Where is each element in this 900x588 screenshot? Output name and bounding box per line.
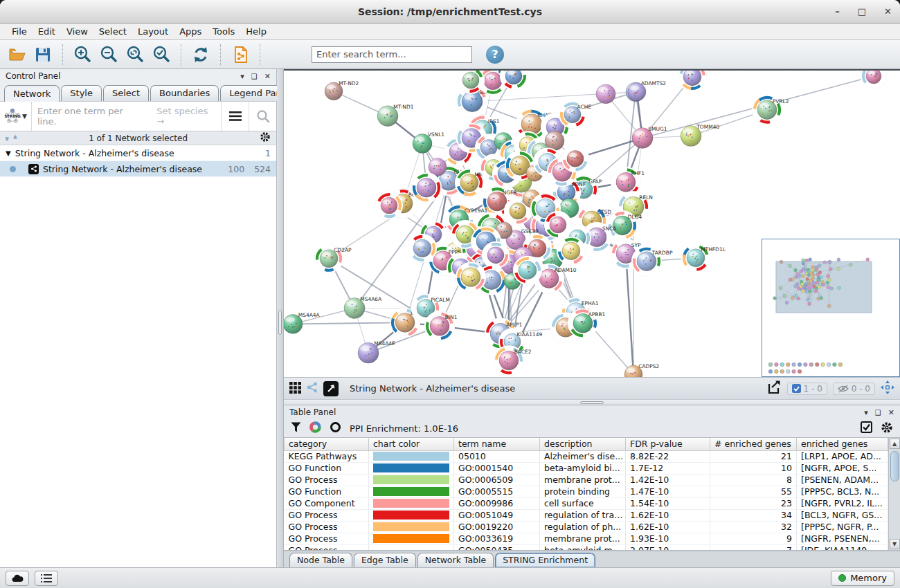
graph-edge[interactable]	[293, 322, 405, 324]
cloud-icon[interactable]	[6, 571, 29, 586]
table-cell[interactable]: 55	[710, 486, 797, 497]
network-options-gear-icon[interactable]	[260, 131, 271, 145]
string-search-icon[interactable]	[249, 102, 276, 131]
table-cell[interactable]: protein binding	[540, 486, 626, 497]
open-file-icon[interactable]	[6, 44, 28, 66]
panel-float-icon[interactable]: ❑	[251, 73, 258, 80]
graph-node[interactable]: TOMM40	[681, 124, 719, 147]
search-input[interactable]	[312, 46, 472, 63]
menu-file[interactable]: File	[7, 25, 32, 38]
table-cell[interactable]: GO Function	[285, 462, 369, 474]
column-header[interactable]: chart color	[369, 438, 454, 450]
table-cell[interactable]: GO Component	[285, 497, 369, 509]
tab-style[interactable]: Style	[61, 85, 102, 101]
zoom-out-icon[interactable]	[98, 44, 120, 66]
vertical-splitter[interactable]	[277, 69, 284, 567]
graph-node[interactable]	[545, 131, 564, 151]
graph-node[interactable]	[544, 211, 572, 239]
table-cell[interactable]: 34	[710, 509, 797, 521]
table-cell[interactable]: 2.07E-10	[626, 544, 710, 550]
table-cell[interactable]: GO:0006509	[454, 474, 540, 486]
table-cell[interactable]: membrane prot...	[540, 474, 626, 486]
ring-chart-icon[interactable]	[330, 421, 341, 435]
table-cell[interactable]: GO:0019220	[454, 521, 540, 533]
zoom-fit-icon[interactable]	[124, 44, 146, 66]
table-row[interactable]: GO ProcessGO:0006509membrane prot...1.42…	[285, 474, 888, 486]
graph-node[interactable]	[676, 71, 709, 93]
tab-string-enrichment[interactable]: STRING Enrichment	[495, 553, 595, 567]
table-cell[interactable]: GO Process	[285, 509, 369, 521]
string-options-icon[interactable]	[221, 102, 249, 131]
settings-gear-icon[interactable]	[881, 421, 893, 436]
table-row[interactable]: GO ProcessGO:0019220regulation of ph...1…	[285, 521, 888, 533]
graph-node[interactable]	[628, 83, 646, 101]
chart-color-cell[interactable]	[369, 533, 454, 544]
table-cell[interactable]: 23	[710, 497, 797, 509]
column-header[interactable]: FDR p-value	[626, 438, 710, 450]
select-all-checkbox-icon[interactable]	[861, 421, 872, 435]
chart-color-cell[interactable]	[369, 474, 454, 486]
tab-network[interactable]: Network	[4, 85, 60, 102]
table-cell[interactable]: [NGFR, APOE, S...	[797, 462, 888, 474]
chart-color-cell[interactable]	[369, 450, 454, 462]
table-cell[interactable]: 1.47E-10	[626, 486, 710, 497]
table-row[interactable]: KEGG Pathways05010Alzheimer's dise...8.8…	[285, 450, 888, 462]
collapse-all-icon[interactable]: »	[10, 136, 19, 140]
table-cell[interactable]: [LRP1, APOE, AD...	[797, 450, 888, 462]
scrollbar-thumb[interactable]	[890, 451, 899, 481]
chart-color-cell[interactable]	[369, 521, 454, 533]
table-cell[interactable]: GO:0005515	[454, 486, 540, 497]
network-collection-row[interactable]: ▼ String Network - Alzheimer's disease 1	[0, 145, 276, 161]
table-cell[interactable]: 32	[710, 521, 797, 533]
string-query-input[interactable]: Enter one term per line. Set species →	[32, 106, 221, 127]
panel-menu-icon[interactable]: ▾	[240, 72, 244, 81]
table-cell[interactable]: [NGFR, PVRL2, IL...	[797, 497, 888, 509]
table-cell[interactable]: beta-amyloid bi...	[540, 462, 626, 474]
graph-node[interactable]: MT-ND2	[325, 80, 359, 100]
table-cell[interactable]: 7	[710, 544, 797, 550]
table-cell[interactable]: 1.62E-10	[626, 509, 710, 521]
table-cell[interactable]: 9	[710, 533, 797, 544]
table-cell[interactable]: [BCL3, NGFR, GS...	[797, 509, 888, 521]
graph-edge[interactable]	[626, 254, 633, 374]
save-session-icon[interactable]	[32, 44, 54, 66]
column-header[interactable]: category	[285, 438, 369, 450]
table-cell[interactable]: 1.54E-10	[626, 497, 710, 509]
graph-node[interactable]: VSNL1	[413, 132, 444, 154]
zoom-selected-icon[interactable]	[150, 44, 172, 66]
table-cell[interactable]: GO Process	[285, 533, 369, 544]
table-panel-close-icon[interactable]: ✕	[888, 408, 894, 417]
tab-network-table[interactable]: Network Table	[417, 553, 494, 567]
table-cell[interactable]: GO:0009986	[454, 497, 540, 509]
graph-node[interactable]	[859, 71, 888, 91]
hsplitter-handle[interactable]	[580, 401, 604, 404]
minimize-button[interactable]: –	[835, 7, 840, 16]
menu-select[interactable]: Select	[94, 25, 132, 38]
open-in-browser-icon[interactable]	[323, 381, 339, 396]
table-row[interactable]: GO ComponentGO:0009986cell surface1.54E-…	[285, 497, 888, 509]
task-list-icon[interactable]	[35, 571, 58, 586]
network-canvas[interactable]: MT-ND2MT-ND1VSNL1GAB2IRS1CHATBCHEACHEADA…	[284, 69, 900, 377]
table-panel-menu-icon[interactable]: ▾	[864, 408, 868, 417]
column-header[interactable]: enriched genes	[797, 438, 888, 450]
menu-layout[interactable]: Layout	[133, 25, 173, 38]
graph-node[interactable]: MTHFD1L	[679, 241, 726, 275]
table-row[interactable]: GO FunctionGO:0005515protein binding1.47…	[285, 486, 888, 497]
table-cell[interactable]: 1.7E-12	[626, 462, 710, 474]
share-view-icon[interactable]	[307, 382, 318, 395]
table-cell[interactable]: KEGG Pathways	[285, 450, 369, 462]
table-cell[interactable]: 1.93E-10	[626, 533, 710, 544]
filter-icon[interactable]	[291, 422, 301, 434]
table-cell[interactable]: GO:0050435	[454, 544, 540, 550]
network-row[interactable]: String Network - Alzheimer's disease 100…	[0, 161, 276, 177]
graph-node[interactable]	[596, 84, 615, 104]
birds-eye-view[interactable]	[762, 239, 900, 377]
scroll-down-icon[interactable]: ▼	[890, 539, 900, 549]
zoom-in-icon[interactable]	[71, 44, 93, 66]
tab-boundaries[interactable]: Boundaries	[150, 85, 219, 101]
menu-apps[interactable]: Apps	[174, 25, 206, 38]
table-cell[interactable]: GO Function	[285, 486, 369, 497]
table-cell[interactable]: cell surface	[540, 497, 626, 509]
collapse-triangle-icon[interactable]: ▼	[6, 149, 11, 157]
table-panel-float-icon[interactable]: ❑	[875, 409, 881, 416]
